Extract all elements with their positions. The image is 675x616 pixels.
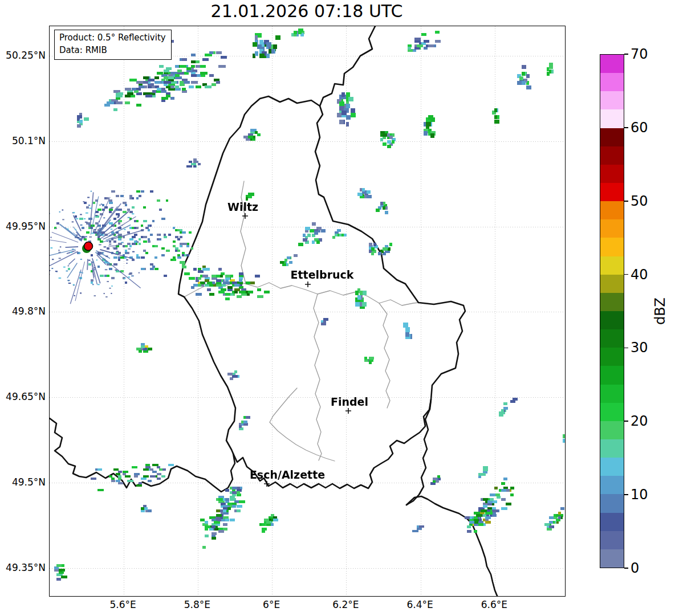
colorbar-segment (600, 549, 624, 568)
city-label-findel: Findel (331, 395, 368, 408)
colorbar-segment (600, 329, 624, 348)
colorbar-tick-mark (624, 568, 628, 569)
lon-tick-label: 6.2°E (320, 599, 371, 610)
colorbar-segment (600, 458, 624, 476)
colorbar-segment (600, 476, 624, 494)
lon-tick-label: 5.6°E (97, 599, 149, 610)
colorbar-tick-label: 20 (631, 413, 648, 430)
colorbar-tick-mark (624, 201, 628, 202)
colorbar-tick-mark (624, 421, 628, 422)
colorbar-tick-mark (624, 494, 628, 495)
colorbar-segment (600, 146, 624, 165)
colorbar-segment (600, 311, 624, 329)
colorbar-segment (600, 513, 624, 531)
colorbar-tick-mark (624, 274, 628, 275)
lon-tick-label: 6°E (246, 599, 297, 610)
colorbar-tick-label: 70 (631, 46, 648, 63)
colorbar-tick-mark (624, 54, 628, 55)
colorbar-segment (600, 348, 624, 366)
colorbar-tick-label: 50 (631, 193, 648, 210)
colorbar-segment (600, 109, 624, 128)
lon-tick-label: 6.4°E (395, 599, 446, 610)
colorbar-tick-label: 0 (631, 560, 639, 577)
lon-tick-label: 5.8°E (172, 599, 223, 610)
radar-figure: 21.01.2026 07:18 UTC Product: 0.5° Refle… (0, 0, 675, 616)
lat-tick-label: 49.8°N (2, 305, 46, 317)
lat-tick-label: 49.65°N (2, 391, 46, 402)
colorbar-unit-label: dBZ (652, 287, 668, 335)
product-info-line: Product: 0.5° Reflectivity (59, 32, 166, 44)
colorbar-segment (600, 256, 624, 275)
figure-title: 21.01.2026 07:18 UTC (49, 1, 564, 21)
lat-tick-label: 50.25°N (2, 50, 46, 61)
colorbar-tick-label: 10 (631, 486, 648, 503)
colorbar-segment (600, 55, 624, 73)
colorbar-segment (600, 494, 624, 512)
colorbar-segment (600, 531, 624, 549)
colorbar-segment (600, 91, 624, 109)
map-area: Product: 0.5° Reflectivity Data: RMIB Wi… (49, 26, 566, 597)
colorbar-segment (600, 73, 624, 91)
lat-tick-label: 49.35°N (2, 562, 46, 573)
data-source-line: Data: RMIB (59, 44, 166, 57)
colorbar-segment (600, 275, 624, 293)
lat-tick-label: 49.5°N (2, 476, 46, 488)
colorbar-segment (600, 439, 624, 458)
colorbar-segment (600, 385, 624, 403)
colorbar-tick-label: 60 (631, 119, 648, 136)
lon-tick-label: 6.6°E (469, 599, 520, 610)
colorbar-segment (600, 165, 624, 183)
product-info-box: Product: 0.5° Reflectivity Data: RMIB (54, 30, 172, 60)
colorbar-tick-mark (624, 348, 628, 349)
city-label-esch-alzette: Esch/Alzette (250, 468, 325, 481)
city-label-ettelbruck: Ettelbruck (291, 268, 354, 281)
colorbar-segment (600, 238, 624, 256)
lat-tick-label: 50.1°N (2, 135, 46, 146)
colorbar-segment (600, 366, 624, 384)
colorbar-segment (600, 293, 624, 311)
colorbar-tick-mark (624, 127, 628, 128)
city-label-wiltz: Wiltz (227, 201, 258, 213)
colorbar-tick-label: 30 (631, 339, 648, 356)
colorbar-segment (600, 421, 624, 439)
colorbar-segment (600, 201, 624, 219)
colorbar-segment (600, 183, 624, 201)
colorbar (600, 54, 624, 568)
colorbar-segment (600, 128, 624, 146)
radar-map-canvas (50, 26, 565, 596)
lat-tick-label: 49.95°N (2, 221, 46, 232)
colorbar-segment (600, 219, 624, 238)
colorbar-segment (600, 403, 624, 421)
colorbar-tick-label: 40 (631, 266, 648, 283)
